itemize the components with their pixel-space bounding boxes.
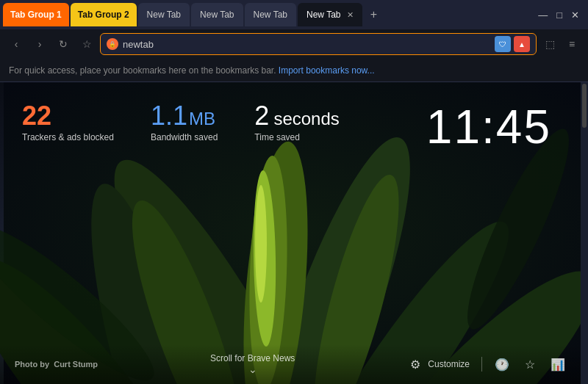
favicon: 🔒 <box>107 38 118 50</box>
time-label: Time saved <box>254 132 300 142</box>
new-tab-button[interactable]: + <box>362 3 386 26</box>
tab-close-icon[interactable]: ✕ <box>347 10 354 20</box>
scroll-chevron-icon: ⌄ <box>248 363 257 375</box>
scroll-for-news[interactable]: Scroll for Brave News ⌄ <box>210 353 295 375</box>
clock: 11:45 <box>426 100 551 154</box>
main-content: 22 Trackers & ads blocked 1.1 MB Bandwid… <box>0 82 588 384</box>
trackers-stat: 22 Trackers & ads blocked <box>22 103 114 142</box>
menu-button[interactable]: ≡ <box>562 34 582 54</box>
customize-icon: ⚙ <box>407 356 423 372</box>
bandwidth-stat: 1.1 MB Bandwidth saved <box>151 103 218 142</box>
bottom-icons: ⚙ Customize 🕐 ☆ 📊 <box>407 356 566 372</box>
photo-credit: Photo by Curt Stump <box>15 360 98 369</box>
back-button[interactable]: ‹ <box>6 34 26 54</box>
bookmark-bar-text: For quick access, place your bookmarks h… <box>9 65 276 76</box>
minimize-button[interactable]: — <box>538 10 548 21</box>
trackers-value: 22 <box>22 103 51 129</box>
forward-button[interactable]: › <box>29 34 50 54</box>
bottom-bar: Photo by Curt Stump Scroll for Brave New… <box>0 344 581 384</box>
stats-overlay: 22 Trackers & ads blocked 1.1 MB Bandwid… <box>22 103 340 142</box>
stats-icon[interactable]: 📊 <box>550 356 566 372</box>
nav-right-buttons: ⬚ ≡ <box>539 34 582 54</box>
history-icon[interactable]: 🕐 <box>494 356 510 372</box>
photo-author: Curt Stump <box>54 360 98 369</box>
maximize-button[interactable]: □ <box>556 10 562 21</box>
bandwidth-unit: MB <box>189 109 215 129</box>
time-stat: 2 seconds Time saved <box>254 103 339 142</box>
trackers-label: Trackers & ads blocked <box>22 132 114 142</box>
bandwidth-value: 1.1 <box>151 103 187 129</box>
favorites-icon[interactable]: ☆ <box>522 356 538 372</box>
close-window-button[interactable]: ✕ <box>571 10 579 21</box>
tab-group-2[interactable]: Tab Group 2 <box>71 3 137 26</box>
svg-point-10 <box>255 185 267 303</box>
window-controls: — □ ✕ <box>538 0 588 29</box>
brave-shields: 🛡 ▲ <box>495 36 530 52</box>
import-bookmarks-link[interactable]: Import bookmarks now... <box>279 65 375 76</box>
tab-1[interactable]: New Tab <box>138 3 190 26</box>
tab-2[interactable]: New Tab <box>191 3 243 26</box>
nav-bar: ‹ › ↻ ☆ 🔒 🛡 ▲ ⬚ ≡ <box>0 29 588 59</box>
bookmark-bar: For quick access, place your bookmarks h… <box>0 59 588 82</box>
tab-group-1[interactable]: Tab Group 1 <box>3 3 69 26</box>
address-bar[interactable]: 🔒 🛡 ▲ <box>100 33 537 55</box>
tab-bar: Tab Group 1 Tab Group 2 New Tab New Tab … <box>0 0 588 29</box>
tab-3[interactable]: New Tab <box>245 3 296 26</box>
wallet-icon[interactable]: ▲ <box>514 36 530 52</box>
separator <box>481 357 482 372</box>
bandwidth-label: Bandwidth saved <box>151 132 218 142</box>
scrollbar-thumb[interactable] <box>582 84 587 128</box>
bookmark-button[interactable]: ☆ <box>76 34 97 54</box>
address-input[interactable] <box>118 39 495 50</box>
time-value: 2 <box>254 103 269 129</box>
tab-active[interactable]: New Tab ✕ <box>298 3 362 26</box>
shield-icon[interactable]: 🛡 <box>495 36 511 52</box>
customize-button[interactable]: ⚙ Customize <box>407 356 470 372</box>
refresh-button[interactable]: ↻ <box>53 34 74 54</box>
scrollbar[interactable] <box>581 82 588 384</box>
cast-button[interactable]: ⬚ <box>539 34 560 54</box>
time-unit: seconds <box>273 109 339 129</box>
